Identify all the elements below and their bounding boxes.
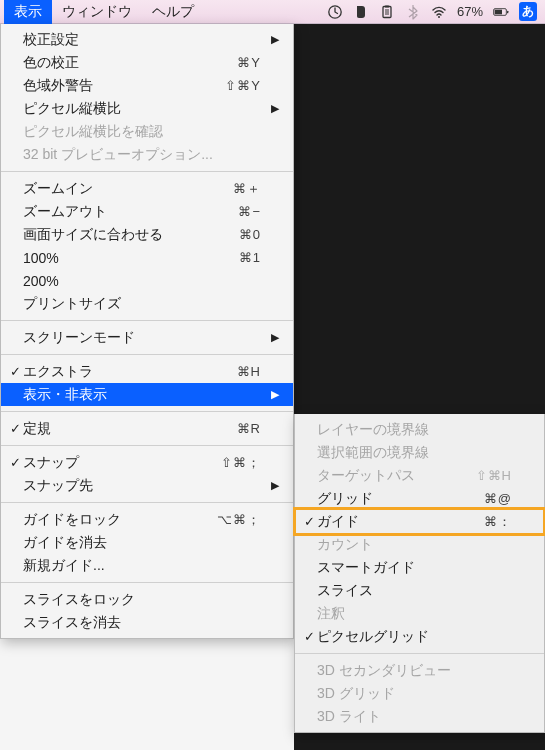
menu-item-label: スクリーンモード — [23, 329, 135, 347]
svg-rect-8 — [495, 9, 502, 14]
main_menu-separator — [1, 582, 293, 583]
main_menu-item--[interactable]: 色域外警告⇧⌘Y — [1, 74, 293, 97]
main_menu-item-200-[interactable]: 200% — [1, 269, 293, 292]
sub_menu-item--[interactable]: スライス — [295, 579, 544, 602]
menubar: 表示 ウィンドウ ヘルプ 67% あ — [0, 0, 545, 24]
menu-item-label: スナップ — [23, 454, 79, 472]
menu-item-label: スライスを消去 — [23, 614, 121, 632]
menu-item-label: ズームイン — [23, 180, 93, 198]
menu-item-label: 32 bit プレビューオプション... — [23, 146, 213, 164]
menu-item-label: 3D セカンダリビュー — [317, 662, 451, 680]
menu-item-label: ガイドを消去 — [23, 534, 107, 552]
submenu-arrow-icon: ▶ — [267, 479, 279, 492]
menu-item-label: ガイド — [317, 513, 359, 531]
menu-item-label: ガイドをロック — [23, 511, 121, 529]
sub_menu-item--[interactable]: ✓ガイド⌘： — [295, 510, 544, 533]
main_menu-item--[interactable]: スナップ先▶ — [1, 474, 293, 497]
menu-item-label: 3D グリッド — [317, 685, 395, 703]
main_menu-item--[interactable]: スライスを消去 — [1, 611, 293, 634]
menu-item-label: 表示・非表示 — [23, 386, 107, 404]
menu-item-label: 200% — [23, 273, 59, 289]
sub_menu-item--: ターゲットパス⇧⌘H — [295, 464, 544, 487]
timemachine-icon[interactable] — [327, 4, 343, 20]
checkmark-icon: ✓ — [7, 421, 23, 436]
main_menu-item-32-bit-: 32 bit プレビューオプション... — [1, 143, 293, 166]
menu-title-help[interactable]: ヘルプ — [142, 0, 204, 24]
battery-percent: 67% — [457, 4, 483, 19]
show-hide-submenu: レイヤーの境界線選択範囲の境界線ターゲットパス⇧⌘Hグリッド⌘@✓ガイド⌘：カウ… — [294, 414, 545, 733]
menu-item-shortcut: ⇧⌘； — [211, 454, 261, 472]
menu-item-label: スナップ先 — [23, 477, 93, 495]
main_menu-item--: ピクセル縦横比を確認 — [1, 120, 293, 143]
menu-item-label: グリッド — [317, 490, 373, 508]
menu-title-view[interactable]: 表示 — [4, 0, 52, 24]
main_menu-item--[interactable]: スクリーンモード▶ — [1, 326, 293, 349]
menu-item-label: レイヤーの境界線 — [317, 421, 429, 439]
sub_menu-item--[interactable]: スマートガイド — [295, 556, 544, 579]
main_menu-item--[interactable]: 新規ガイド... — [1, 554, 293, 577]
main_menu-separator — [1, 320, 293, 321]
menu-item-label: ピクセル縦横比を確認 — [23, 123, 163, 141]
menu-item-label: 色の校正 — [23, 54, 79, 72]
main_menu-item--[interactable]: ✓定規⌘R — [1, 417, 293, 440]
sub_menu-separator — [295, 653, 544, 654]
main_menu-item--[interactable]: スライスをロック — [1, 588, 293, 611]
checkmark-icon: ✓ — [301, 514, 317, 529]
main_menu-item-100-[interactable]: 100%⌘1 — [1, 246, 293, 269]
menu-item-label: 注釈 — [317, 605, 345, 623]
main_menu-item--[interactable]: ✓エクストラ⌘H — [1, 360, 293, 383]
menu-item-label: カウント — [317, 536, 373, 554]
bluetooth-icon[interactable] — [405, 4, 421, 20]
battery-icon[interactable] — [493, 4, 509, 20]
menu-item-label: ピクセルグリッド — [317, 628, 429, 646]
sub_menu-item--: 注釈 — [295, 602, 544, 625]
menu-item-label: スライス — [317, 582, 373, 600]
menu-item-label: 校正設定 — [23, 31, 79, 49]
menu-item-label: 選択範囲の境界線 — [317, 444, 429, 462]
main_menu-item--[interactable]: 色の校正⌘Y — [1, 51, 293, 74]
sub_menu-item--: レイヤーの境界線 — [295, 418, 544, 441]
menu-item-label: ズームアウト — [23, 203, 107, 221]
main_menu-item--[interactable]: プリントサイズ — [1, 292, 293, 315]
clipboard-icon[interactable] — [379, 4, 395, 20]
main_menu-separator — [1, 171, 293, 172]
sub_menu-item--[interactable]: グリッド⌘@ — [295, 487, 544, 510]
menu-item-shortcut: ⌘H — [211, 364, 261, 379]
main_menu-item--[interactable]: 表示・非表示▶ — [1, 383, 293, 406]
sub_menu-item-3d-: 3D ライト — [295, 705, 544, 728]
menu-item-shortcut: ⌘− — [211, 204, 261, 219]
wifi-icon[interactable] — [431, 4, 447, 20]
svg-rect-2 — [385, 5, 389, 7]
menu-item-label: ピクセル縦横比 — [23, 100, 121, 118]
checkmark-icon: ✓ — [7, 364, 23, 379]
submenu-arrow-icon: ▶ — [267, 102, 279, 115]
menubar-left: 表示 ウィンドウ ヘルプ — [4, 0, 204, 24]
sub_menu-item--[interactable]: ✓ピクセルグリッド — [295, 625, 544, 648]
main_menu-separator — [1, 445, 293, 446]
menu-item-label: スマートガイド — [317, 559, 415, 577]
sub_menu-item-3d-: 3D セカンダリビュー — [295, 659, 544, 682]
evernote-icon[interactable] — [353, 4, 369, 20]
sub_menu-item--: カウント — [295, 533, 544, 556]
main_menu-item--[interactable]: 校正設定▶ — [1, 28, 293, 51]
main_menu-item--[interactable]: ズームイン⌘＋ — [1, 177, 293, 200]
svg-point-6 — [438, 16, 440, 18]
menu-item-shortcut: ⌘： — [462, 513, 512, 531]
main_menu-item--[interactable]: 画面サイズに合わせる⌘0 — [1, 223, 293, 246]
main_menu-item--[interactable]: ピクセル縦横比▶ — [1, 97, 293, 120]
menu-title-window[interactable]: ウィンドウ — [52, 0, 142, 24]
menu-item-shortcut: ⌘＋ — [211, 180, 261, 198]
view-menu: 校正設定▶色の校正⌘Y色域外警告⇧⌘Yピクセル縦横比▶ピクセル縦横比を確認32 … — [0, 24, 294, 639]
menu-item-label: ターゲットパス — [317, 467, 415, 485]
menu-item-label: 定規 — [23, 420, 51, 438]
main_menu-item--[interactable]: ✓スナップ⇧⌘； — [1, 451, 293, 474]
main_menu-item--[interactable]: ガイドを消去 — [1, 531, 293, 554]
menu-item-label: 画面サイズに合わせる — [23, 226, 163, 244]
menu-item-shortcut: ⌘Y — [211, 55, 261, 70]
main_menu-item--[interactable]: ガイドをロック⌥⌘； — [1, 508, 293, 531]
main_menu-item--[interactable]: ズームアウト⌘− — [1, 200, 293, 223]
main_menu-separator — [1, 354, 293, 355]
ime-indicator[interactable]: あ — [519, 2, 537, 21]
main_menu-separator — [1, 502, 293, 503]
submenu-arrow-icon: ▶ — [267, 33, 279, 46]
